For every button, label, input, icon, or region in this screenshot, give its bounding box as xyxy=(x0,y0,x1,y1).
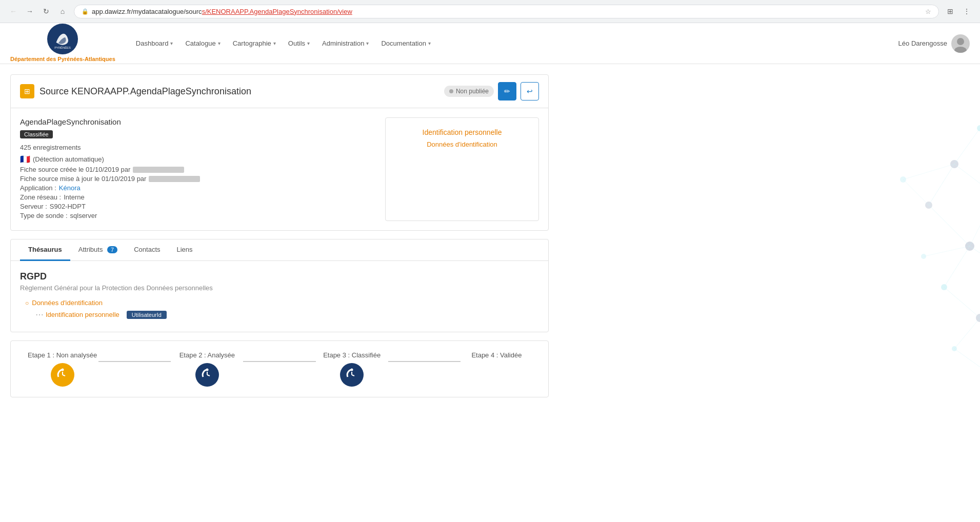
chevron-down-icon: ▾ xyxy=(273,41,276,46)
tag-badge: UtilisateurId xyxy=(127,311,167,319)
svg-point-3 xyxy=(954,47,967,53)
status-badge: Non publiée xyxy=(444,86,494,97)
nav-item-catalogue[interactable]: Catalogue ▾ xyxy=(180,35,225,51)
step-line-3 xyxy=(388,361,461,362)
tree-link-donnees[interactable]: Données d'identification xyxy=(32,299,103,307)
svg-point-27 xyxy=(900,176,906,183)
nav-label-catalogue: Catalogue xyxy=(185,39,215,47)
svg-line-40 xyxy=(903,164,954,179)
step-2-gauge xyxy=(195,363,219,387)
logo-area: PYRÉNÉES Département des Pyrénées-Atlant… xyxy=(10,24,115,63)
nav-item-dashboard[interactable]: Dashboard ▾ xyxy=(131,35,178,51)
source-name: AgendaPlageSynchronisation xyxy=(20,117,375,126)
step-4-label: Etape 4 : Validée xyxy=(471,351,522,359)
tabs-body: RGPD Règlement Général pour la Protectio… xyxy=(11,261,548,332)
tree-link-identification[interactable]: Identification personnelle xyxy=(46,311,119,318)
application-row: Application : Kénora xyxy=(20,184,375,192)
main-content: ⊞ Source KENORAAPP.AgendaPlageSynchronis… xyxy=(0,64,980,408)
extensions-button[interactable]: ⊞ xyxy=(943,4,957,18)
svg-point-19 xyxy=(925,202,932,209)
tree-item-donnees: ○ Données d'identification xyxy=(25,299,539,307)
tabs-card: Thésaurus Attributs 7 Contacts Liens RGP… xyxy=(10,239,549,332)
flag-icon: 🇫🇷 xyxy=(20,154,30,164)
network-label: Zone réseau : xyxy=(20,193,61,201)
svg-line-38 xyxy=(924,246,970,256)
probe-label: Type de sonde : xyxy=(20,212,68,219)
back-button[interactable]: ← xyxy=(6,4,21,18)
tab-contacts-label: Contacts xyxy=(134,246,160,253)
nav-label-administration: Administration xyxy=(322,39,364,47)
content-area: ⊞ Source KENORAAPP.AgendaPlageSynchronis… xyxy=(10,74,549,397)
source-title: Source KENORAAPP.AgendaPlageSynchronisat… xyxy=(39,86,251,97)
tab-attributs-label: Attributs xyxy=(78,246,103,253)
step-2: Etape 2 : Analysée xyxy=(171,351,243,387)
updated-label: Fiche source mise à jour le 01/10/2019 p… xyxy=(20,175,146,183)
step-4-gauge-empty xyxy=(485,363,508,387)
user-name: Léo Darengosse xyxy=(898,39,947,47)
chevron-down-icon: ▾ xyxy=(307,41,310,46)
updated-row: Fiche source mise à jour le 01/10/2019 p… xyxy=(20,175,375,183)
id-panel-title: Identification personnelle xyxy=(396,128,528,136)
reload-button[interactable]: ↻ xyxy=(39,4,53,18)
network-value: Interne xyxy=(64,193,84,201)
logo-label: Département des Pyrénées-Atlantiques xyxy=(10,55,115,63)
nav-item-documentation[interactable]: Documentation ▾ xyxy=(376,35,435,51)
back-arrow-button[interactable]: ↩ xyxy=(521,82,539,101)
svg-point-13 xyxy=(351,369,353,371)
browser-chrome: ← → ↻ ⌂ 🔒 app.dawizz.fr/mydatacatalogue/… xyxy=(0,0,980,23)
chevron-down-icon: ▾ xyxy=(366,41,369,46)
tab-attributs[interactable]: Attributs 7 xyxy=(70,239,126,261)
server-value: S902-HDPT xyxy=(50,203,86,210)
chevron-down-icon: ▾ xyxy=(218,41,221,46)
id-panel-subtitle: Données d'identification xyxy=(396,140,528,148)
tree-sub-identification: ⋯ Identification personnelle Utilisateur… xyxy=(25,310,539,319)
url-prefix: app.dawizz.fr/mydatacatalogue/sourc xyxy=(92,8,202,15)
tree-expand-icon[interactable]: ○ xyxy=(25,299,29,307)
network-row: Zone réseau : Interne xyxy=(20,193,375,201)
nav-label-cartographie: Cartographie xyxy=(233,39,271,47)
source-header-actions: Non publiée ✏ ↩ xyxy=(444,82,539,101)
menu-button[interactable]: ⋮ xyxy=(959,4,974,18)
nav-item-outils[interactable]: Outils ▾ xyxy=(283,35,315,51)
application-label: Application : xyxy=(20,184,56,192)
created-label: Fiche source créée le 01/10/2019 par xyxy=(20,166,130,173)
source-body: AgendaPlageSynchronisation Classifiée 42… xyxy=(11,108,548,230)
nav-label-dashboard: Dashboard xyxy=(136,39,169,47)
logo-svg: PYRÉNÉES xyxy=(50,26,75,52)
server-row: Serveur : S902-HDPT xyxy=(20,203,375,210)
step-1: Etape 1 : Non analysée xyxy=(26,351,98,387)
tab-liens[interactable]: Liens xyxy=(169,239,201,261)
address-bar[interactable]: 🔒 app.dawizz.fr/mydatacatalogue/sourcs/K… xyxy=(74,5,939,18)
edit-button[interactable]: ✏ xyxy=(498,82,516,101)
application-link[interactable]: Kénora xyxy=(59,184,81,192)
url-highlight: s/KENORAAPP.AgendaPlageSynchronisation/v… xyxy=(202,8,352,15)
svg-line-28 xyxy=(954,128,980,164)
svg-line-34 xyxy=(944,287,980,318)
nav-item-cartographie[interactable]: Cartographie ▾ xyxy=(228,35,281,51)
records-count: 425 enregistrements xyxy=(20,144,375,151)
step-3: Etape 3 : Classifiée xyxy=(316,351,388,387)
svg-point-20 xyxy=(965,242,974,251)
browser-actions: ⊞ ⋮ xyxy=(943,4,974,18)
tabs-header: Thésaurus Attributs 7 Contacts Liens xyxy=(11,239,548,261)
home-button[interactable]: ⌂ xyxy=(55,4,70,18)
step-3-label: Etape 3 : Classifiée xyxy=(323,351,381,359)
nav-label-outils: Outils xyxy=(288,39,305,47)
tab-thesaurus[interactable]: Thésaurus xyxy=(20,239,70,261)
source-card-header: ⊞ Source KENORAAPP.AgendaPlageSynchronis… xyxy=(11,75,548,108)
nav-item-administration[interactable]: Administration ▾ xyxy=(317,35,374,51)
browser-nav-buttons: ← → ↻ ⌂ xyxy=(6,4,70,18)
probe-row: Type de sonde : sqlserver xyxy=(20,212,375,219)
svg-point-9 xyxy=(206,369,208,371)
tab-contacts[interactable]: Contacts xyxy=(126,239,168,261)
svg-line-36 xyxy=(954,349,980,374)
svg-text:PYRÉNÉES: PYRÉNÉES xyxy=(55,47,71,50)
forward-button[interactable]: → xyxy=(23,4,37,18)
avatar[interactable] xyxy=(951,34,970,53)
svg-point-16 xyxy=(977,125,980,131)
star-icon[interactable]: ☆ xyxy=(925,8,931,15)
tab-thesaurus-label: Thésaurus xyxy=(28,246,62,253)
created-row: Fiche source créée le 01/10/2019 par xyxy=(20,166,375,173)
classified-badge: Classifiée xyxy=(20,130,53,138)
nav-label-documentation: Documentation xyxy=(381,39,426,47)
